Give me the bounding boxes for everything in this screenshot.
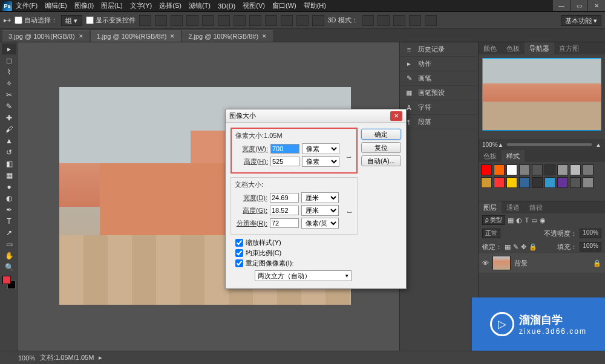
type-tool[interactable]: T [2, 216, 16, 227]
tab-navigator[interactable]: 导航器 [525, 42, 554, 54]
style-swatch[interactable] [481, 177, 492, 188]
panel-brush-preset[interactable]: ▦画笔预设 [400, 86, 478, 100]
history-brush-tool[interactable]: ↺ [2, 147, 16, 158]
menu-view[interactable]: 视图(V) [239, 0, 269, 11]
3d-icon[interactable] [409, 15, 421, 26]
menu-window[interactable]: 窗口(W) [269, 0, 300, 11]
filter-icon[interactable]: ◐ [516, 216, 522, 224]
status-zoom[interactable]: 100% [18, 354, 35, 362]
doc-height-input[interactable] [270, 206, 299, 215]
align-icon[interactable] [171, 15, 183, 26]
panel-character[interactable]: A字符 [400, 100, 478, 115]
dodge-tool[interactable]: ◐ [2, 193, 16, 204]
style-swatch[interactable] [519, 164, 530, 175]
align-icon[interactable] [139, 15, 151, 26]
lock-icon[interactable]: 🔒 [529, 243, 537, 251]
tab-histogram[interactable]: 直方图 [554, 42, 584, 54]
distribute-icon[interactable] [265, 15, 277, 26]
width-input[interactable] [270, 144, 299, 154]
panel-history[interactable]: ≡历史记录 [400, 42, 478, 57]
style-swatch[interactable] [544, 164, 555, 175]
dialog-titlebar[interactable]: 图像大小 ✕ [226, 109, 406, 123]
style-swatch[interactable] [481, 164, 492, 175]
opacity-value[interactable]: 100% [580, 229, 601, 238]
color-swatches[interactable] [2, 276, 16, 289]
eyedropper-tool[interactable]: ✎ [2, 101, 16, 112]
tab-color[interactable]: 颜色 [479, 42, 502, 54]
height-unit-select[interactable]: 像素 [302, 156, 339, 167]
style-swatch[interactable] [557, 164, 568, 175]
doc-width-input[interactable] [270, 193, 299, 203]
wand-tool[interactable]: ✧ [2, 78, 16, 89]
zoom-slider[interactable] [507, 143, 592, 146]
doc-tab-2[interactable]: 2.jpg @ 100%(RGB/8#)✕ [182, 30, 273, 42]
3d-icon[interactable] [393, 15, 405, 26]
fill-value[interactable]: 100% [580, 242, 601, 252]
tab-paths[interactable]: 路径 [525, 201, 548, 213]
lock-icon[interactable]: ✥ [521, 243, 526, 251]
auto-select-checkbox[interactable] [15, 16, 22, 24]
style-swatch[interactable] [544, 177, 555, 188]
style-swatch[interactable] [583, 177, 594, 188]
filter-icon[interactable]: ◉ [540, 216, 546, 224]
3d-icon[interactable] [378, 15, 390, 26]
menu-help[interactable]: 帮助(H) [300, 0, 330, 11]
align-icon[interactable] [218, 15, 230, 26]
panel-paragraph[interactable]: ¶段落 [400, 115, 478, 129]
menu-select[interactable]: 选择(S) [155, 0, 185, 11]
style-swatch[interactable] [494, 177, 505, 188]
menu-3d[interactable]: 3D(D) [214, 1, 239, 11]
zoom-in-icon[interactable]: ▲ [595, 141, 601, 148]
style-swatch[interactable] [557, 177, 568, 188]
panel-actions[interactable]: ▸动作 [400, 57, 478, 71]
lock-icon[interactable]: ▦ [505, 243, 511, 251]
style-swatch[interactable] [583, 164, 594, 175]
pen-tool[interactable]: ✒ [2, 204, 16, 215]
stamp-tool[interactable]: ▲ [2, 135, 16, 146]
close-icon[interactable]: ✕ [262, 33, 267, 39]
style-swatch[interactable] [506, 164, 517, 175]
auto-button[interactable]: 自动(A)... [361, 155, 401, 166]
width-unit-select[interactable]: 像素 [302, 143, 339, 154]
maximize-button[interactable]: ▭ [571, 0, 587, 11]
workspace-selector[interactable]: 基本功能 ▾ [561, 15, 601, 26]
tab-channels[interactable]: 通道 [502, 201, 525, 213]
menu-edit[interactable]: 编辑(E) [41, 0, 71, 11]
menu-filter[interactable]: 滤镜(T) [185, 0, 214, 11]
style-swatch[interactable] [570, 177, 581, 188]
close-icon[interactable]: ✕ [79, 33, 83, 39]
auto-select-target[interactable]: 组 ▾ [61, 15, 82, 26]
crop-tool[interactable]: ✂ [2, 89, 16, 100]
marquee-tool[interactable]: ◻ [2, 55, 16, 66]
eraser-tool[interactable]: ◧ [2, 158, 16, 169]
doc-width-unit-select[interactable]: 厘米 [301, 192, 339, 203]
menu-type[interactable]: 文字(Y) [126, 0, 156, 11]
style-swatch[interactable] [494, 164, 505, 175]
close-icon[interactable]: ✕ [170, 33, 175, 39]
layer-kind-filter[interactable]: ρ 类型 [482, 215, 505, 225]
doc-height-unit-select[interactable]: 厘米 [301, 205, 339, 216]
close-button[interactable]: ✕ [588, 0, 605, 11]
scale-styles-checkbox[interactable] [235, 239, 243, 247]
path-tool[interactable]: ↗ [2, 227, 16, 238]
tab-layers[interactable]: 图层 [479, 201, 502, 213]
menu-layer[interactable]: 图层(L) [97, 0, 126, 11]
style-swatch[interactable] [532, 164, 543, 175]
distribute-icon[interactable] [249, 15, 261, 26]
layer-item-background[interactable]: 👁 背景 🔒 [479, 253, 605, 273]
panel-brush[interactable]: ✎画笔 [400, 71, 478, 86]
hand-tool[interactable]: ✋ [2, 250, 16, 261]
lasso-tool[interactable]: ⌇ [2, 67, 16, 77]
filter-icon[interactable]: T [525, 216, 529, 224]
distribute-icon[interactable] [234, 15, 246, 26]
filter-icon[interactable]: ▭ [531, 216, 537, 224]
tab-swatches[interactable]: 色板 [502, 42, 525, 54]
style-swatch[interactable] [506, 177, 517, 188]
align-icon[interactable] [186, 15, 198, 26]
align-icon[interactable] [155, 15, 167, 26]
dialog-close-button[interactable]: ✕ [390, 111, 402, 121]
style-swatch[interactable] [532, 177, 543, 188]
resample-checkbox[interactable] [235, 259, 243, 267]
navigator-preview[interactable] [482, 58, 601, 131]
reset-button[interactable]: 复位 [361, 142, 401, 153]
